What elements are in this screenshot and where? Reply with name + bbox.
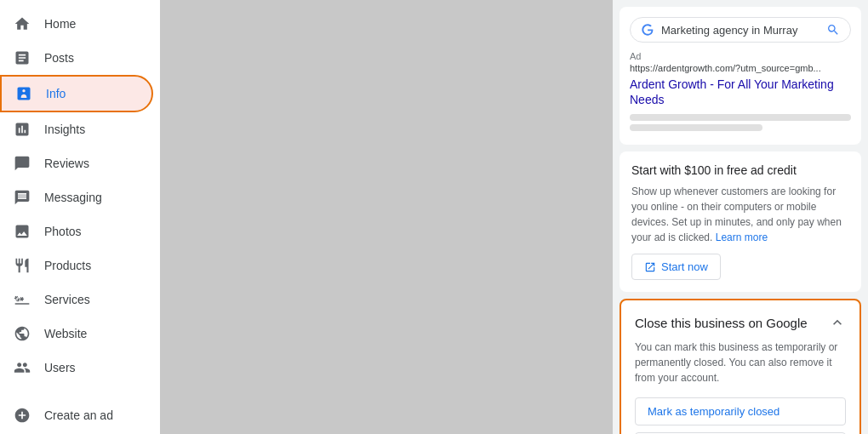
home-icon	[14, 15, 31, 32]
collapse-icon[interactable]	[829, 314, 846, 331]
sidebar-item-services[interactable]: Services	[0, 283, 153, 317]
sidebar-label-website: Website	[44, 327, 87, 340]
mark-temporarily-closed-button[interactable]: Mark as temporarily closed	[635, 397, 846, 425]
search-icon	[826, 23, 840, 37]
sidebar-item-users[interactable]: Users	[0, 351, 153, 385]
ad-card: Marketing agency in Murray Ad https://ar…	[620, 7, 861, 145]
ad-title: Ardent Growth - For All Your Marketing N…	[630, 77, 851, 107]
sidebar-label-create-ad: Create an ad	[44, 408, 113, 422]
sidebar-label-info: Info	[46, 87, 66, 100]
sidebar-item-posts[interactable]: Posts	[0, 41, 153, 75]
search-bar: Marketing agency in Murray	[630, 17, 851, 43]
messaging-icon	[14, 189, 31, 206]
sidebar-item-messaging[interactable]: Messaging	[0, 180, 153, 214]
ad-line-2	[630, 124, 762, 131]
sidebar-label-insights: Insights	[44, 123, 85, 136]
sidebar-label-home: Home	[44, 17, 76, 31]
products-icon	[14, 257, 31, 274]
external-link-icon	[644, 261, 656, 273]
promo-card: Start with $100 in free ad credit Show u…	[620, 151, 861, 292]
main-content	[160, 0, 613, 434]
sidebar-label-products: Products	[44, 259, 91, 272]
close-business-title: Close this business on Google	[635, 316, 808, 330]
mark-temp-label: Mark as temporarily closed	[648, 405, 779, 418]
ad-label: Ad	[630, 51, 851, 61]
close-business-description: You can mark this business as temporaril…	[635, 340, 846, 385]
sidebar-label-users: Users	[44, 361, 76, 374]
reviews-icon	[14, 155, 31, 172]
sidebar-item-insights[interactable]: Insights	[0, 112, 153, 146]
sidebar-item-reviews[interactable]: Reviews	[0, 146, 153, 180]
sidebar-item-info[interactable]: Info	[0, 75, 153, 112]
sidebar-label-posts: Posts	[44, 51, 74, 65]
search-query: Marketing agency in Murray	[661, 24, 826, 37]
start-now-button[interactable]: Start now	[631, 254, 721, 280]
sidebar-item-create-ad[interactable]: Create an ad	[0, 398, 153, 432]
ad-line-1	[630, 114, 851, 121]
users-icon	[14, 359, 31, 376]
google-logo	[641, 23, 654, 37]
sidebar-label-reviews: Reviews	[44, 157, 89, 170]
promo-body: Show up whenever customers are looking f…	[631, 184, 849, 245]
close-business-header: Close this business on Google	[635, 314, 846, 331]
sidebar: Home Posts Info Insights Reviews Messagi…	[0, 0, 160, 434]
start-now-label: Start now	[661, 260, 708, 273]
sidebar-item-products[interactable]: Products	[0, 248, 153, 283]
insights-icon	[14, 121, 31, 138]
sidebar-label-messaging: Messaging	[44, 191, 102, 204]
sidebar-item-website[interactable]: Website	[0, 317, 153, 351]
ad-url: https://ardentgrowth.com/?utm_source=gmb…	[630, 63, 851, 73]
posts-icon	[14, 49, 31, 66]
sidebar-item-photos[interactable]: Photos	[0, 214, 153, 248]
right-panel: Marketing agency in Murray Ad https://ar…	[613, 0, 868, 434]
close-business-card: Close this business on Google You can ma…	[620, 299, 861, 434]
sidebar-label-photos: Photos	[44, 225, 82, 238]
sidebar-label-services: Services	[44, 293, 90, 306]
photos-icon	[14, 223, 31, 240]
learn-more-link[interactable]: Learn more	[716, 231, 768, 243]
sidebar-item-home[interactable]: Home	[0, 7, 153, 41]
promo-title: Start with $100 in free ad credit	[631, 163, 849, 177]
create-ad-icon	[14, 407, 31, 424]
info-icon	[15, 85, 32, 102]
services-icon	[14, 291, 31, 308]
website-icon	[14, 325, 31, 342]
